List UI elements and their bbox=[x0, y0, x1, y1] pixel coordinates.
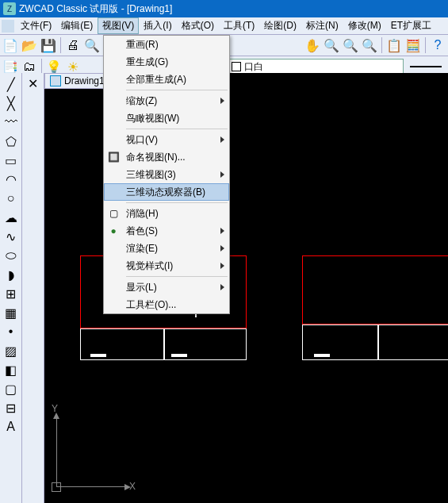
document-tab-label: Drawing1 bbox=[64, 75, 105, 86]
ucs-y-label: Y bbox=[52, 403, 58, 414]
dwg-icon bbox=[50, 75, 61, 86]
preview-button[interactable]: 🔍 bbox=[83, 36, 101, 54]
menu-tools[interactable]: 工具(T) bbox=[219, 17, 259, 34]
submenu-arrow-icon bbox=[220, 284, 224, 290]
arc-tool[interactable]: ◠ bbox=[3, 171, 19, 187]
drawing-entity bbox=[171, 354, 187, 357]
text-tool[interactable]: A bbox=[3, 419, 19, 435]
draw-toolbar: ╱ ╳ 〰 ⬠ ▭ ◠ ○ ☁ ∿ ⬭ ◗ ⊞ ▦ • ▨ ◧ ▢ ⊟ A bbox=[0, 73, 22, 503]
zoom-realtime-button[interactable]: 🔍 bbox=[323, 36, 340, 54]
linetype-preview[interactable] bbox=[410, 66, 442, 67]
app-logo-icon: Z bbox=[3, 2, 16, 15]
submenu-arrow-icon bbox=[220, 245, 224, 251]
spline-tool[interactable]: ∿ bbox=[3, 228, 19, 244]
menu-doc-icon bbox=[2, 20, 14, 33]
table-tool[interactable]: ⊟ bbox=[3, 400, 19, 416]
block-tool[interactable]: ▦ bbox=[3, 305, 19, 321]
help-button[interactable]: ? bbox=[429, 36, 446, 54]
submenu-arrow-icon bbox=[220, 263, 224, 269]
menu-dim[interactable]: 标注(N) bbox=[301, 17, 343, 34]
shade-icon: ● bbox=[107, 225, 120, 237]
calc-button[interactable]: 🧮 bbox=[404, 36, 422, 54]
menu-edit[interactable]: 编辑(E) bbox=[56, 17, 98, 34]
drawing-entity bbox=[163, 328, 165, 360]
menu-insert[interactable]: 插入(I) bbox=[139, 17, 176, 34]
dd-regen[interactable]: 重生成(G) bbox=[104, 53, 229, 71]
title-bar: Z ZWCAD Classic 试用版 - [Drawing1] bbox=[0, 0, 448, 17]
menu-file[interactable]: 文件(F) bbox=[16, 17, 56, 34]
properties-button[interactable]: 📋 bbox=[385, 36, 403, 54]
window-title: ZWCAD Classic 试用版 - [Drawing1] bbox=[19, 2, 172, 16]
insert-tool[interactable]: ⊞ bbox=[3, 286, 19, 301]
circle-tool[interactable]: ○ bbox=[3, 190, 19, 206]
print-button[interactable]: 🖨 bbox=[64, 36, 82, 54]
submenu-arrow-icon bbox=[220, 98, 224, 104]
ellipse-tool[interactable]: ⬭ bbox=[3, 248, 19, 263]
menu-draw[interactable]: 绘图(D) bbox=[259, 17, 301, 34]
hide-icon: ▢ bbox=[107, 207, 120, 220]
drawing-entity bbox=[302, 255, 448, 324]
open-button[interactable]: 📂 bbox=[21, 36, 38, 54]
new-button[interactable]: 📄 bbox=[2, 36, 19, 54]
dd-render[interactable]: 渲染(E) bbox=[104, 240, 229, 257]
pan-button[interactable]: ✋ bbox=[304, 36, 321, 54]
zoom-prev-button[interactable]: 🔍 bbox=[361, 36, 378, 54]
submenu-arrow-icon bbox=[220, 171, 224, 178]
dd-3dorbit[interactable]: 三维动态观察器(B) bbox=[104, 183, 229, 201]
dd-display[interactable]: 显示(L) bbox=[104, 278, 229, 296]
gradient-tool[interactable]: ◧ bbox=[3, 362, 19, 378]
ucs-x-label: X bbox=[129, 481, 136, 492]
ucs-icon: Y X bbox=[48, 400, 144, 495]
dd-named-view[interactable]: 🔲命名视图(N)... bbox=[104, 148, 229, 166]
dd-vstyle[interactable]: 视觉样式(I) bbox=[104, 257, 229, 275]
dd-sep bbox=[126, 202, 228, 203]
dd-3dview[interactable]: 三维视图(3) bbox=[104, 166, 229, 183]
layer-swatch-icon bbox=[232, 62, 241, 71]
zoom-window-button[interactable]: 🔍 bbox=[342, 36, 359, 54]
dd-aerial[interactable]: 鸟瞰视图(W) bbox=[104, 109, 229, 127]
xline-tool[interactable]: ╳ bbox=[3, 95, 19, 111]
layer-name: 口白 bbox=[244, 60, 263, 74]
drawing-entity bbox=[314, 354, 330, 357]
rect-tool[interactable]: ▭ bbox=[3, 152, 19, 168]
save-button[interactable]: 💾 bbox=[40, 36, 57, 54]
view-dropdown: 重画(R) 重生成(G) 全部重生成(A) 缩放(Z) 鸟瞰视图(W) 视口(V… bbox=[103, 35, 230, 314]
ellipse-arc-tool[interactable]: ◗ bbox=[3, 267, 19, 282]
dd-hide[interactable]: ▢消隐(H) bbox=[104, 205, 229, 222]
region-tool[interactable]: ▢ bbox=[3, 381, 19, 397]
menu-bar: 文件(F) 编辑(E) 视图(V) 插入(I) 格式(O) 工具(T) 绘图(D… bbox=[0, 17, 448, 35]
menu-modify[interactable]: 修改(M) bbox=[343, 17, 386, 34]
drawing-entity bbox=[90, 354, 106, 357]
polygon-tool[interactable]: ⬠ bbox=[3, 133, 19, 149]
dd-regenall[interactable]: 全部重生成(A) bbox=[104, 71, 229, 88]
pline-tool[interactable]: 〰 bbox=[3, 114, 19, 130]
revcloud-tool[interactable]: ☁ bbox=[3, 209, 19, 225]
dd-shade[interactable]: ●着色(S) bbox=[104, 222, 229, 240]
dd-sep bbox=[126, 90, 228, 90]
layer-combo[interactable]: 口白 bbox=[228, 59, 404, 75]
submenu-arrow-icon bbox=[220, 136, 224, 143]
construction-tool[interactable]: ✕ bbox=[28, 76, 38, 91]
menu-view[interactable]: 视图(V) bbox=[98, 17, 139, 34]
submenu-arrow-icon bbox=[220, 228, 224, 234]
document-tab[interactable]: Drawing1 bbox=[44, 73, 110, 89]
dd-zoom[interactable]: 缩放(Z) bbox=[104, 92, 229, 109]
modify-toolbar: ✕ bbox=[22, 73, 44, 503]
menu-format[interactable]: 格式(O) bbox=[177, 17, 219, 34]
point-tool[interactable]: • bbox=[3, 324, 19, 340]
line-tool[interactable]: ╱ bbox=[3, 76, 19, 92]
menu-et[interactable]: ET扩展工 bbox=[386, 17, 436, 34]
dd-viewport[interactable]: 视口(V) bbox=[104, 131, 229, 148]
dd-sep bbox=[126, 276, 228, 277]
hatch-tool[interactable]: ▨ bbox=[3, 343, 19, 359]
drawing-entity bbox=[377, 324, 379, 360]
dd-toolbars[interactable]: 工具栏(O)... bbox=[104, 296, 229, 313]
named-view-icon: 🔲 bbox=[107, 151, 120, 163]
dd-sep bbox=[126, 129, 228, 129]
dd-redraw[interactable]: 重画(R) bbox=[104, 36, 229, 53]
